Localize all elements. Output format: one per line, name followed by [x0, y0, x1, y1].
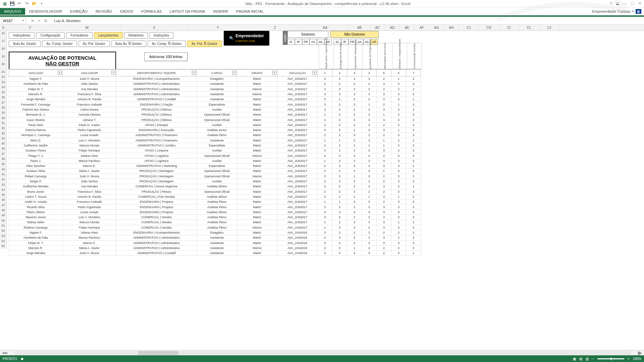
cell[interactable]: APOIO | Logística — [116, 158, 197, 163]
shortcut-fr[interactable]: FR — [302, 39, 310, 45]
table-row[interactable]: Sérgio P.João SantosPRODUÇÃO | MontagemA… — [9, 179, 421, 184]
cell[interactable]: 2 — [362, 189, 377, 194]
cell[interactable]: Mauricio Junior — [9, 215, 63, 220]
table-row[interactable]: Paulo J.Marcia PachecoAPOIO | LogísticaA… — [9, 158, 421, 163]
cell[interactable]: 1 — [318, 220, 332, 225]
cell[interactable]: Matriz — [237, 76, 277, 81]
cell[interactable]: Caue Oliveira — [9, 117, 63, 122]
cell[interactable]: Operacional Oficial — [197, 189, 237, 194]
cell[interactable]: 3 — [332, 230, 347, 235]
cell[interactable]: AVA_JUN2017 — [277, 153, 318, 158]
cell[interactable]: 3 — [347, 251, 362, 256]
cell[interactable]: 3 — [362, 184, 377, 189]
cell[interactable]: 1 — [318, 138, 332, 143]
cell[interactable]: 3 — [377, 164, 391, 169]
cell[interactable]: 3 — [347, 92, 362, 97]
cell[interactable]: AVA_JUN2017 — [277, 169, 318, 174]
cell[interactable]: 3 — [406, 122, 421, 127]
cell[interactable]: ADMINISTRATIVO | Contábil — [116, 97, 197, 102]
table-header[interactable]: AVALIAÇÃO▾ — [277, 70, 318, 76]
cell[interactable]: Matriz — [237, 97, 277, 102]
cell[interactable]: 1 — [347, 194, 362, 199]
cell[interactable]: 3 — [318, 230, 332, 235]
help-icon[interactable]: ? — [610, 1, 612, 6]
cell[interactable]: 1 — [391, 127, 406, 132]
cell[interactable]: 2 — [377, 245, 391, 250]
table-row[interactable]: Vagner F.Juliana AlvezENGENHARIA | Acomp… — [9, 230, 421, 235]
cell[interactable]: 3 — [318, 117, 332, 122]
cell[interactable]: 2 — [347, 107, 362, 112]
row-header[interactable]: 37 — [0, 152, 6, 157]
cell[interactable]: 1 — [318, 112, 332, 117]
formula-bar-value[interactable]: Luiz A. Monteiro — [54, 19, 80, 23]
cell[interactable]: 2 — [391, 122, 406, 127]
cell[interactable]: 3 — [406, 158, 421, 163]
cell[interactable]: 1 — [391, 194, 406, 199]
cell[interactable]: 3 — [406, 240, 421, 245]
cell[interactable]: AVA_JUN2017 — [277, 204, 318, 209]
zoom-slider[interactable] — [597, 358, 624, 359]
cell[interactable]: Matriz — [237, 112, 277, 117]
row-headers[interactable]: 1617181920212223242526272829303132333435… — [0, 31, 7, 249]
cell[interactable]: Matriz — [237, 133, 277, 138]
zoom-out-icon[interactable]: − — [592, 357, 594, 361]
cell[interactable]: AVA_JAN2018 — [277, 235, 318, 240]
cell[interactable]: 3 — [391, 199, 406, 204]
cell[interactable]: 3 — [406, 81, 421, 86]
cell[interactable]: 2 — [406, 117, 421, 122]
cell[interactable]: Marcia Pacheco — [63, 158, 116, 163]
cell[interactable]: Matriz — [237, 122, 277, 127]
cell[interactable]: 2 — [391, 112, 406, 117]
cell[interactable]: 2 — [406, 148, 421, 153]
cell[interactable]: 3 — [362, 158, 377, 163]
row-header[interactable]: 52 — [0, 228, 6, 233]
cell[interactable]: APOIO | Estoque — [116, 122, 197, 127]
cell[interactable]: Matriz — [237, 251, 277, 256]
cell[interactable]: AVA_JUN2017 — [277, 199, 318, 204]
nav-button-auto-av-gestor[interactable]: Auto Av. Ñ Gestor — [111, 41, 146, 47]
table-row[interactable]: Humberto de PalaJoão SantosADMINISTRATIV… — [9, 81, 421, 86]
cell[interactable]: Assistente — [197, 97, 237, 102]
cell[interactable]: Gustavo Silva — [9, 169, 63, 174]
cell[interactable]: Assistente — [197, 235, 237, 240]
cell[interactable]: 3 — [391, 158, 406, 163]
cell[interactable]: 3 — [377, 220, 391, 225]
table-header[interactable]: 5 — [377, 70, 391, 76]
cell[interactable]: Ana Mendes — [63, 184, 116, 189]
cell[interactable]: Matriz — [237, 184, 277, 189]
cell[interactable]: 1 — [377, 169, 391, 174]
cell[interactable]: Lucas Amado — [63, 133, 116, 138]
cell[interactable]: 2 — [406, 194, 421, 199]
tab-página-inicial[interactable]: PÁGINA INICIAL — [232, 8, 268, 15]
row-header[interactable]: 55 — [0, 244, 6, 249]
cell[interactable]: 2 — [332, 220, 347, 225]
cell[interactable]: 2 — [318, 235, 332, 240]
cell[interactable]: 3 — [347, 86, 362, 92]
cell[interactable]: 3 — [318, 204, 332, 209]
row-header[interactable]: 47 — [0, 203, 6, 208]
table-header[interactable]: CARGO▾ — [197, 70, 237, 76]
cell[interactable]: Fabricio dos Santos — [9, 107, 63, 112]
cell[interactable]: Felipe Henrique — [63, 148, 116, 153]
cell[interactable]: 1 — [377, 143, 391, 148]
cell[interactable]: ADMINISTRATIVO | Financeiro — [116, 138, 197, 143]
cell[interactable]: ENGENHARIA | Acompanhamento — [116, 230, 197, 235]
cell[interactable]: 2 — [332, 122, 347, 127]
cell[interactable]: 2 — [332, 184, 347, 189]
ribbon-options-icon[interactable]: ⬓ — [616, 1, 619, 6]
table-row[interactable]: Marcelo R.Maria A. XavierADMINISTRATIVO … — [9, 245, 421, 250]
cell[interactable]: 3 — [318, 194, 332, 199]
row-header[interactable]: 23 — [0, 80, 6, 85]
close-icon[interactable]: ✕ — [638, 1, 641, 6]
cell[interactable]: 3 — [362, 220, 377, 225]
cell[interactable]: Francisco Andrade — [63, 102, 116, 107]
cell[interactable]: Assistente — [197, 92, 237, 97]
cell[interactable]: 3 — [332, 179, 347, 184]
cell[interactable]: João Santos — [63, 81, 116, 86]
row-header[interactable]: 19 — [0, 54, 6, 62]
cell[interactable]: AVA_JAN2018 — [277, 245, 318, 250]
tab-layout-da-página[interactable]: LAYOUT DA PÁGINA — [166, 8, 209, 15]
cell[interactable]: AVA_JUN2017 — [277, 164, 318, 169]
col-header[interactable]: CI — [499, 25, 519, 31]
nav-button-relat-rios[interactable]: Relatórios — [124, 32, 148, 39]
